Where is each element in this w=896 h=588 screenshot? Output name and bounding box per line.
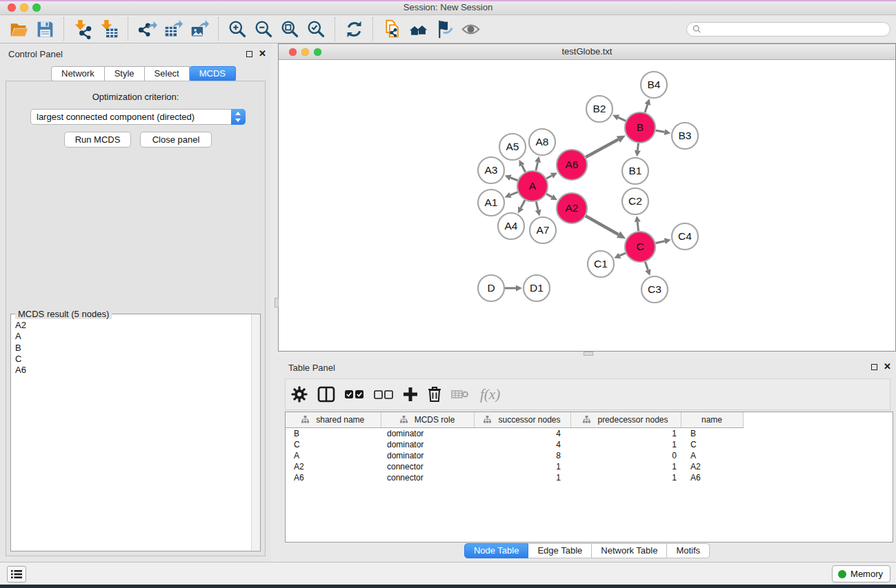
- close-panel-button2[interactable]: Close panel: [140, 132, 212, 148]
- table-cell[interactable]: connector: [381, 472, 474, 483]
- close-traffic-light[interactable]: [8, 3, 16, 12]
- result-item[interactable]: C: [15, 354, 250, 365]
- graph-node-A4[interactable]: A4: [498, 213, 524, 239]
- table-cell[interactable]: 1: [474, 461, 570, 472]
- node-table[interactable]: shared nameMCDS rolesuccessor nodesprede…: [285, 412, 893, 543]
- refresh-button[interactable]: [341, 17, 367, 41]
- table-cell[interactable]: A2: [286, 461, 381, 472]
- table-row[interactable]: A6connector11A6: [286, 472, 743, 483]
- graph-node-B[interactable]: B: [625, 112, 655, 143]
- minimize-traffic-light[interactable]: [20, 3, 28, 12]
- export-image-button[interactable]: [186, 17, 212, 41]
- table-cell[interactable]: B: [286, 427, 381, 439]
- graph-node-A3[interactable]: A3: [478, 157, 504, 183]
- table-cell[interactable]: 1: [570, 472, 681, 483]
- close-panel-button[interactable]: ✕: [259, 48, 266, 59]
- graph-node-C1[interactable]: C1: [588, 251, 614, 277]
- network-zoom-traffic-light[interactable]: [314, 48, 321, 56]
- table-row[interactable]: Cdominator41C: [286, 439, 743, 450]
- column-header-MCDS-role[interactable]: MCDS role: [381, 412, 474, 427]
- result-item[interactable]: B: [15, 343, 250, 354]
- table-cell[interactable]: A: [681, 450, 743, 461]
- column-header-shared-name[interactable]: shared name: [286, 412, 381, 427]
- tab-select[interactable]: Select: [145, 66, 190, 81]
- memory-button[interactable]: Memory: [832, 565, 890, 582]
- table-close-panel-button[interactable]: ✕: [884, 361, 891, 372]
- zoom-fit-button[interactable]: [277, 17, 303, 41]
- run-mcds-button[interactable]: Run MCDS: [64, 132, 131, 148]
- table-cell[interactable]: C: [286, 439, 381, 450]
- graph-node-D[interactable]: D: [478, 275, 504, 301]
- table-cell[interactable]: 4: [474, 427, 570, 439]
- table-cell[interactable]: A2: [681, 461, 743, 472]
- deselect-all-button[interactable]: [374, 383, 393, 406]
- table-row[interactable]: A2connector11A2: [286, 461, 743, 472]
- network-minimize-traffic-light[interactable]: [301, 48, 309, 56]
- hide-graphics-details-button[interactable]: [431, 17, 457, 41]
- zoom-in-button[interactable]: [224, 17, 250, 41]
- result-item[interactable]: A6: [15, 365, 250, 376]
- horizontal-splitter-grip[interactable]: [584, 352, 593, 356]
- result-scrollbar[interactable]: [251, 314, 260, 551]
- graph-node-A7[interactable]: A7: [530, 217, 556, 243]
- table-cell[interactable]: 0: [570, 450, 681, 461]
- graph-node-C2[interactable]: C2: [622, 188, 648, 214]
- graph-node-B1[interactable]: B1: [622, 158, 648, 184]
- table-cell[interactable]: 1: [474, 472, 570, 483]
- import-table-button[interactable]: [96, 17, 122, 41]
- graph-node-A8[interactable]: A8: [529, 129, 555, 155]
- graph-node-A1[interactable]: A1: [478, 190, 504, 216]
- table-cell[interactable]: 1: [570, 439, 681, 450]
- mcds-result-list[interactable]: A2ABCA6: [12, 317, 250, 550]
- search-input[interactable]: [704, 24, 884, 34]
- table-cell[interactable]: dominator: [381, 439, 474, 450]
- tab-node-table[interactable]: Node Table: [464, 543, 529, 558]
- table-cell[interactable]: 1: [570, 461, 681, 472]
- table-cell[interactable]: connector: [381, 461, 474, 472]
- function-builder-button[interactable]: f(x): [479, 383, 500, 406]
- tab-network-table[interactable]: Network Table: [592, 543, 667, 558]
- reset-view-button[interactable]: [405, 17, 431, 41]
- table-cell[interactable]: A6: [681, 472, 743, 483]
- graph-node-A5[interactable]: A5: [499, 134, 526, 160]
- network-window-titlebar[interactable]: testGlobe.txt: [279, 44, 895, 60]
- table-cell[interactable]: A6: [286, 472, 381, 483]
- graph-node-D1[interactable]: D1: [524, 275, 550, 301]
- network-canvas[interactable]: B4B2BB3A5A8A6A3AB1A1A2C2A4A7C4CC1C3DD1: [279, 60, 895, 351]
- table-settings-button[interactable]: [291, 383, 308, 406]
- tab-style[interactable]: Style: [105, 66, 145, 81]
- export-table-button[interactable]: [160, 17, 186, 41]
- tab-motifs[interactable]: Motifs: [667, 543, 710, 558]
- graph-node-C3[interactable]: C3: [641, 276, 668, 303]
- table-cell[interactable]: 8: [474, 450, 570, 461]
- column-header-name[interactable]: name: [681, 412, 743, 427]
- search-field[interactable]: [686, 22, 890, 37]
- graph-node-C4[interactable]: C4: [672, 223, 698, 250]
- table-float-panel-button[interactable]: [871, 364, 877, 370]
- graph-node-A6[interactable]: A6: [557, 150, 587, 180]
- graph-node-C[interactable]: C: [625, 232, 655, 262]
- select-all-button[interactable]: [345, 383, 364, 406]
- graph-node-A[interactable]: A: [517, 171, 548, 201]
- graph-node-B4[interactable]: B4: [641, 72, 667, 98]
- column-header-successor-nodes[interactable]: successor nodes: [474, 412, 570, 427]
- import-network-button[interactable]: [70, 17, 96, 41]
- vertical-splitter-grip[interactable]: [275, 298, 279, 307]
- network-graph[interactable]: B4B2BB3A5A8A6A3AB1A1A2C2A4A7C4CC1C3DD1: [279, 60, 895, 351]
- optimization-criterion-dropdown[interactable]: largest connected component (directed): [30, 109, 246, 125]
- add-column-button[interactable]: [403, 383, 418, 406]
- graph-node-A2[interactable]: A2: [557, 193, 587, 223]
- table-cell[interactable]: dominator: [381, 450, 474, 461]
- delete-column-button[interactable]: [428, 383, 441, 406]
- float-panel-button[interactable]: [246, 51, 252, 57]
- zoom-selected-button[interactable]: [303, 17, 329, 41]
- table-row[interactable]: Adominator80A: [286, 450, 743, 461]
- export-network-button[interactable]: [134, 17, 160, 41]
- network-close-traffic-light[interactable]: [289, 48, 297, 56]
- tab-mcds[interactable]: MCDS: [190, 66, 236, 81]
- table-cell[interactable]: 4: [474, 439, 570, 450]
- table-split-view-button[interactable]: [317, 383, 335, 406]
- delete-table-button[interactable]: [451, 383, 469, 406]
- graph-node-B3[interactable]: B3: [672, 123, 698, 149]
- zoom-out-button[interactable]: [250, 17, 277, 41]
